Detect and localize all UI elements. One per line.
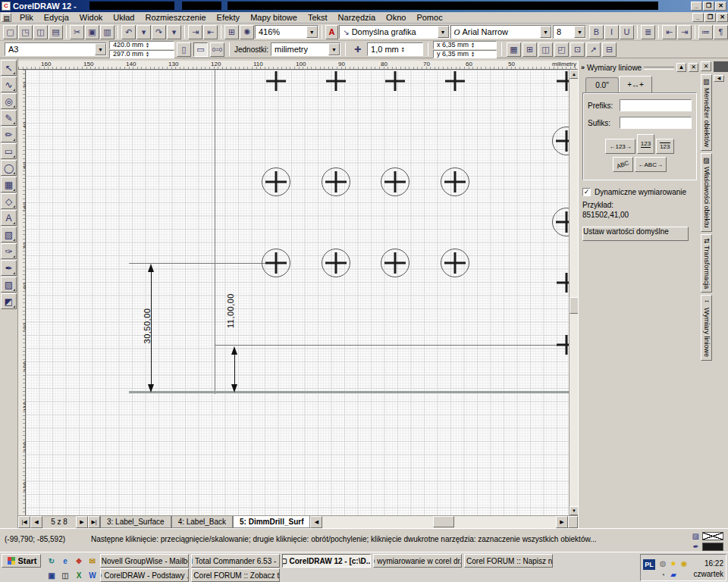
marquee-select-button[interactable]: ➚ [586,42,601,57]
dimension-text-below-button[interactable]: 123 [656,139,673,154]
menu-efekty[interactable]: Efekty [212,12,246,23]
quicklaunch-word-icon[interactable]: W [86,570,99,581]
menu-uk-ad[interactable]: Układ [108,12,140,23]
dimension-text-between-button[interactable]: ←123→ [605,139,635,154]
menu-pomoc[interactable]: Pomoc [411,12,447,23]
new-document-button[interactable]: ▢ [3,25,17,39]
page-tab[interactable]: 5: DimmDrill_Surf [233,516,310,528]
prefix-input[interactable] [620,99,692,111]
zoom-level-combo[interactable]: 416% ▼ [255,25,318,39]
duplicate-y-spinner[interactable]: y 6,35 mm▲▼ [433,50,497,58]
chevron-down-icon[interactable]: ▼ [328,43,340,55]
font-combo[interactable]: O Arial Narrow ▼ [450,25,552,39]
pick-tool[interactable]: ↖ [1,60,17,76]
dimension-text-horizontal-button[interactable]: ←ABC→ [635,157,667,172]
next-page-button[interactable]: ▶ [76,516,88,528]
duplicate-x-spinner[interactable]: x 6,35 mm▲▼ [433,41,497,49]
previous-page-button[interactable]: ◀ [30,516,42,528]
menu-okno[interactable]: Okno [381,12,411,23]
taskbar-button[interactable]: ▤Total Commander 6.53 - ... [191,554,280,568]
dimension-style-tab[interactable]: 0.0" [585,77,619,92]
first-page-button[interactable]: |◀ [18,516,30,528]
basic-shapes-tool[interactable]: ◇ [1,193,17,209]
treat-as-filled-button[interactable]: ⊡ [570,42,585,57]
dimension-text-above-button[interactable]: 123 [637,134,654,154]
restore-button[interactable]: ❐ [703,2,714,11]
snap-to-grid-button[interactable]: ▦ [507,42,521,57]
menu-widok[interactable]: Widok [74,12,108,23]
bold-button[interactable]: B [589,25,604,39]
graphic-style-combo[interactable]: ↘ Domyślna grafika ▼ [339,25,449,39]
docker-chevron-icon[interactable]: » [581,64,585,71]
eyedropper-tool[interactable]: ✑ [1,243,17,259]
menu-tekst[interactable]: Tekst [303,12,333,23]
docker-tab-transformacja[interactable]: ⇄Transformacja [701,234,712,293]
palette-flyout-button[interactable]: ◀ [714,75,724,82]
quicklaunch-ie-icon[interactable]: e [59,555,71,567]
menu-edycja[interactable]: Edycja [39,12,74,23]
redo-button[interactable]: ↷ [152,25,166,39]
show-formatting-button[interactable]: ¶ [714,25,728,39]
vertical-scrollbar[interactable]: ▲ ▼ [569,70,578,515]
no-color-swatch[interactable] [714,61,715,72]
undo-button[interactable]: ↶ [121,25,136,39]
panel-mid-hline[interactable] [215,345,566,346]
application-launcher-button[interactable]: ⊞ [224,25,239,39]
redo-dropdown-button[interactable]: ▾ [167,25,181,39]
portrait-button[interactable]: ▯ [177,42,191,57]
dimension-label-1[interactable]: 30,50,00 [143,294,153,358]
chevron-down-icon[interactable]: ▼ [574,26,585,38]
taskbar-button[interactable]: ▢CorelDRAW 12 - [c:\D... [282,554,371,568]
print-button[interactable]: ▤ [49,25,63,39]
close-button[interactable]: ✕ [715,2,726,11]
vertical-ruler[interactable]: 30405060708090100110120130 [18,70,26,515]
corel-online-button[interactable]: ✺ [240,25,254,39]
menu-plik[interactable]: Plik [14,12,39,23]
linear-dimension-tab[interactable]: +↔+ [619,76,652,92]
tray-app-icon[interactable]: ▰ [670,571,676,579]
dimension-text-slanted-button[interactable]: ABC [613,157,632,172]
shape-tool[interactable]: ∿ [1,77,17,92]
doc-minimize-button[interactable]: _ [692,13,704,22]
horizontal-scrollbar[interactable] [322,516,556,528]
alignment-button[interactable]: ≣ [641,25,655,39]
paper-size-combo[interactable]: A3 ▼ [5,42,107,56]
quicklaunch-excel-icon[interactable]: X [73,570,85,581]
docker-tab-wymiary-liniowe[interactable]: ↔Wymiary liniowe [701,295,712,361]
horizontal-scroll-thumb[interactable] [433,516,454,527]
start-button[interactable]: Start [2,554,41,568]
interactive-fill-tool[interactable]: ◩ [1,293,17,309]
ellipse-tool[interactable]: ◯ [1,160,17,176]
docker-tab-w-a-ciwo-ci-obiektu[interactable]: ▧Właściwości obiektu [701,153,712,232]
chevron-down-icon[interactable]: ▼ [95,43,106,55]
language-indicator[interactable]: PL [643,559,655,570]
drawing-canvas[interactable]: 30,50,00 11,00,00 [26,70,569,515]
taskbar-button[interactable]: ◉Corel FORUM :: Zobacz t... [191,568,280,582]
increase-indent-button[interactable]: ⇥ [677,25,692,39]
underline-button[interactable]: U [620,25,634,39]
drawing-units-button[interactable]: 0=0 [210,42,224,57]
menu-rozmieszczenie[interactable]: Rozmieszczenie [140,12,211,23]
suffix-input[interactable] [620,117,692,129]
menu-narz-dzia[interactable]: Narzędzia [333,12,381,23]
snap-to-objects-button[interactable]: ◫ [538,42,553,57]
taskbar-button[interactable]: ◉wymiarowanie w corel dr... [373,554,462,568]
taskbar-button[interactable]: ◉Corel FORUM :: Napisz n... [464,554,553,568]
font-size-combo[interactable]: 8 ▼ [553,25,586,39]
paste-button[interactable]: ▥ [100,25,115,39]
dockers-close-button[interactable]: ✕ [701,61,711,71]
page-tab[interactable]: 3: Label_Surface [100,516,171,528]
last-page-button[interactable]: ▶| [88,516,100,528]
menu-mapy-bitowe[interactable]: Mapy bitowe [245,12,303,23]
fill-tool[interactable]: ▨ [1,277,17,293]
horizontal-ruler[interactable]: 1601501401301201101009080706050milimetry [18,61,578,70]
cut-button[interactable]: ✂ [70,25,84,39]
tray-network-icon[interactable]: ◍ [660,559,667,568]
chevron-down-icon[interactable]: ▼ [438,26,449,38]
decrease-indent-button[interactable]: ⇤ [662,25,676,39]
tab-scroll-left-button[interactable]: ◀ [310,516,322,528]
export-button[interactable]: ⇤ [203,25,218,39]
freehand-tool[interactable]: ✎ [1,110,17,126]
quicklaunch-mail-icon[interactable]: ✉ [86,555,99,567]
graph-paper-tool[interactable]: ▦ [1,177,17,192]
